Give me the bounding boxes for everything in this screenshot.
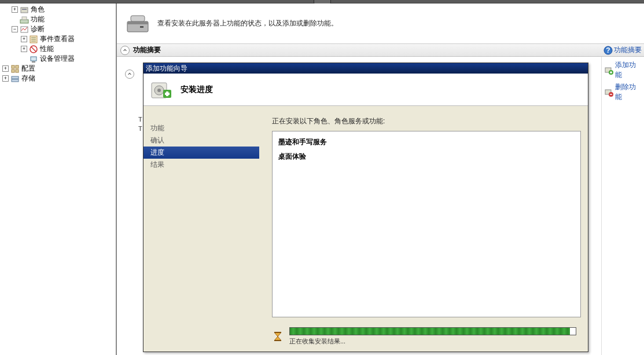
tree-label-event-viewer: 事件查看器 [40, 34, 75, 44]
svg-rect-2 [20, 20, 28, 23]
svg-rect-15 [12, 69, 14, 72]
actions-pane: 添加功能 删除功能 [601, 57, 644, 355]
wizard-body: 功能 确认 进度 结果 正在安装以下角色、角色服务或功能: 墨迹和手写服务 桌面… [143, 106, 588, 352]
svg-rect-12 [32, 61, 35, 63]
progress-fill [290, 328, 570, 335]
tree-item-performance[interactable]: + 性能 [2, 44, 112, 54]
performance-icon [29, 45, 38, 54]
svg-marker-31 [274, 332, 281, 336]
tree-item-config[interactable]: + 配置 [2, 64, 112, 74]
svg-rect-22 [140, 26, 143, 28]
wizard-header-title: 安装进度 [181, 85, 213, 95]
wizard-nav-progress[interactable]: 进度 [143, 147, 259, 159]
tree-label-features: 功能 [31, 14, 45, 24]
summary-help-link[interactable]: ? 功能摘要 [603, 45, 642, 55]
expand-icon[interactable]: + [12, 6, 18, 13]
features-list: 墨迹和手写服务 桌面体验 [272, 131, 581, 317]
add-feature-label: 添加功能 [615, 60, 642, 80]
progress-bar [289, 327, 576, 335]
hourglass-icon [272, 331, 284, 342]
feature-item: 墨迹和手写服务 [278, 135, 575, 149]
expand-icon[interactable]: + [21, 36, 27, 42]
tree-item-features[interactable]: 功能 [2, 14, 112, 24]
wizard-titlebar[interactable]: 添加功能向导 [143, 63, 588, 74]
svg-rect-17 [12, 76, 19, 79]
summary-title: 功能摘要 [133, 45, 161, 55]
installing-label: 正在安装以下角色、角色服务或功能: [272, 116, 581, 126]
content-row: T T 添加功能向导 [117, 57, 644, 355]
tree-label-roles: 角色 [31, 5, 45, 14]
banner-icon [124, 10, 152, 38]
banner: 查看安装在此服务器上功能的状态，以及添加或删除功能。 [117, 3, 644, 44]
expand-icon[interactable]: + [21, 46, 27, 52]
collapse-icon[interactable]: − [12, 26, 18, 32]
add-feature-link[interactable]: 添加功能 [604, 60, 642, 80]
truncated-marker: T [138, 125, 142, 132]
svg-rect-30 [165, 93, 170, 95]
progress-wrap: 正在收集安装结果... [289, 327, 576, 346]
tree-item-device-manager[interactable]: 设备管理器 [2, 54, 112, 64]
wizard-header: 安装进度 [143, 74, 588, 106]
svg-rect-14 [16, 65, 19, 68]
summary-help-label: 功能摘要 [614, 45, 642, 55]
content-left: T T 添加功能向导 [117, 57, 601, 355]
remove-feature-label: 删除功能 [615, 82, 642, 102]
wizard-nav-features[interactable]: 功能 [143, 122, 259, 134]
svg-text:?: ? [606, 46, 610, 54]
svg-rect-16 [16, 69, 19, 72]
tree-item-event-viewer[interactable]: + 事件查看器 [2, 34, 112, 44]
svg-rect-11 [31, 57, 36, 61]
tree-item-roles[interactable]: + 角色 [2, 5, 112, 14]
tree-label-config: 配置 [21, 64, 35, 74]
expand-icon[interactable]: + [2, 75, 9, 82]
main-panel: 查看安装在此服务器上功能的状态，以及添加或删除功能。 功能摘要 ? 功能摘要 T… [116, 3, 644, 355]
remove-feature-link[interactable]: 删除功能 [604, 82, 642, 102]
device-manager-icon [29, 54, 38, 64]
wizard-window: 添加功能向导 安装进度 [143, 63, 588, 352]
config-icon [10, 64, 20, 74]
svg-rect-0 [21, 8, 28, 13]
wizard-nav-results[interactable]: 结果 [143, 159, 259, 171]
wizard-nav: 功能 确认 进度 结果 [143, 106, 259, 352]
wizard-main: 正在安装以下角色、角色服务或功能: 墨迹和手写服务 桌面体验 [259, 106, 588, 352]
tree-label-performance: 性能 [40, 44, 54, 54]
expand-icon[interactable]: + [2, 65, 9, 72]
roles-icon [20, 5, 29, 14]
svg-rect-21 [131, 16, 145, 21]
banner-text: 查看安装在此服务器上功能的状态，以及添加或删除功能。 [157, 19, 338, 28]
nav-tree: + 角色 功能 − 诊断 + 事件查看器 + 性能 [2, 5, 112, 83]
storage-icon [10, 74, 20, 83]
svg-rect-20 [127, 21, 148, 24]
svg-rect-13 [12, 65, 14, 68]
progress-row: 正在收集安装结果... [272, 327, 576, 346]
sub-section-toggle[interactable] [125, 69, 138, 79]
chevron-up-icon[interactable] [120, 46, 130, 55]
wizard-nav-confirm[interactable]: 确认 [143, 134, 259, 147]
features-icon [20, 15, 29, 24]
chevron-up-icon [125, 69, 134, 79]
tree-label-device-manager: 设备管理器 [40, 54, 75, 64]
spacer [21, 56, 27, 62]
diagnostics-icon [20, 25, 29, 34]
event-viewer-icon [29, 35, 38, 44]
svg-rect-3 [22, 17, 27, 20]
svg-marker-32 [274, 336, 281, 341]
wizard-header-icon [149, 78, 172, 101]
feature-item: 桌面体验 [278, 149, 575, 164]
summary-bar: 功能摘要 ? 功能摘要 [117, 44, 644, 57]
tree-item-diagnostics[interactable]: − 诊断 [2, 24, 112, 34]
wizard-title-text: 添加功能向导 [146, 64, 187, 74]
tree-label-diagnostics: 诊断 [31, 24, 45, 34]
svg-point-27 [157, 89, 161, 92]
svg-rect-18 [12, 79, 19, 82]
progress-text: 正在收集安装结果... [289, 337, 576, 346]
truncated-marker: T [138, 116, 142, 123]
spacer [12, 16, 18, 23]
tree-item-storage[interactable]: + 存储 [2, 74, 112, 83]
tree-label-storage: 存储 [21, 74, 35, 83]
svg-rect-1 [22, 9, 27, 10]
